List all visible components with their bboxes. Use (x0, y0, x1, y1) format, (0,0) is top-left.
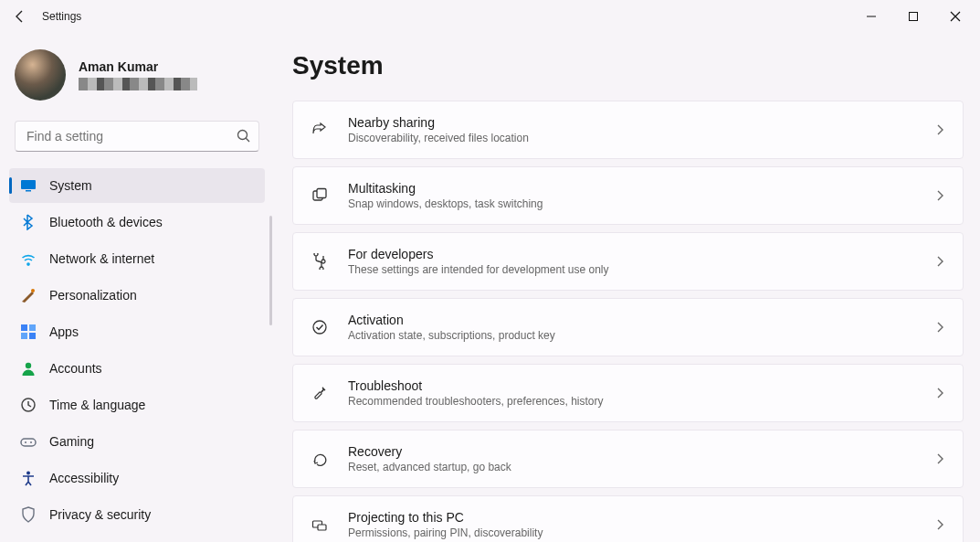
nav-item-bluetooth-devices[interactable]: Bluetooth & devices (9, 205, 265, 239)
nav-item-system[interactable]: System (9, 168, 265, 203)
nav-item-accounts[interactable]: Accounts (9, 351, 265, 386)
minimize-icon (866, 11, 877, 22)
card-text: Activation Activation state, subscriptio… (348, 313, 933, 342)
card-text: For developers These settings are intend… (348, 247, 933, 276)
nav-item-label: Gaming (49, 434, 94, 449)
close-button[interactable] (934, 0, 976, 33)
svg-rect-7 (21, 324, 27, 331)
window-controls (850, 0, 976, 33)
bluetooth-icon (20, 214, 37, 230)
profile-block[interactable]: Aman Kumar (9, 49, 265, 113)
card-subtitle: These settings are intended for developm… (348, 263, 933, 276)
wrench-icon (310, 383, 330, 403)
chevron-right-icon (933, 321, 946, 334)
nav-item-time-language[interactable]: Time & language (9, 388, 265, 422)
nav-item-label: Time & language (49, 398, 145, 412)
chevron-right-icon (933, 255, 946, 268)
back-button[interactable] (4, 0, 37, 33)
nav-item-accessibility[interactable]: Accessibility (9, 461, 265, 495)
sidebar: Aman Kumar SystemBluetooth & devicesNetw… (0, 33, 274, 542)
card-subtitle: Snap windows, desktops, task switching (348, 197, 933, 210)
profile-name: Aman Kumar (79, 59, 197, 74)
card-activation[interactable]: Activation Activation state, subscriptio… (292, 298, 964, 356)
card-text: Recovery Reset, advanced startup, go bac… (348, 444, 933, 473)
chevron-right-icon (933, 189, 946, 202)
svg-point-19 (313, 321, 326, 334)
close-icon (950, 11, 961, 22)
search-input[interactable] (15, 121, 259, 152)
card-for-developers[interactable]: For developers These settings are intend… (292, 232, 964, 291)
search-box[interactable] (15, 121, 259, 152)
svg-rect-4 (21, 180, 36, 189)
recovery-icon (310, 449, 330, 469)
card-troubleshoot[interactable]: Troubleshoot Recommended troubleshooters… (292, 364, 964, 422)
nav-item-privacy-security[interactable]: Privacy & security (9, 497, 265, 532)
search-icon (237, 129, 250, 143)
svg-rect-9 (21, 333, 27, 339)
card-title: Nearby sharing (348, 115, 933, 130)
card-subtitle: Permissions, pairing PIN, discoverabilit… (348, 526, 933, 539)
window-title: Settings (42, 10, 81, 23)
nav-item-label: Bluetooth & devices (49, 215, 163, 229)
card-subtitle: Activation state, subscriptions, product… (348, 329, 933, 342)
svg-point-6 (31, 289, 35, 292)
card-text: Troubleshoot Recommended troubleshooters… (348, 378, 933, 408)
clock-icon (20, 397, 37, 413)
dev-icon (310, 251, 330, 271)
profile-email-redacted (79, 78, 197, 90)
chevron-right-icon (933, 123, 946, 136)
nav-item-network-internet[interactable]: Network & internet (9, 241, 265, 276)
svg-point-16 (26, 472, 30, 475)
nav-item-apps[interactable]: Apps (9, 314, 265, 349)
titlebar: Settings (0, 0, 980, 33)
svg-line-3 (246, 138, 249, 142)
nav-item-personalization[interactable]: Personalization (9, 278, 265, 313)
card-title: Multitasking (348, 181, 933, 196)
card-title: Troubleshoot (348, 378, 933, 393)
nav-item-label: Privacy & security (49, 507, 151, 522)
card-subtitle: Reset, advanced startup, go back (348, 461, 933, 473)
avatar (15, 49, 66, 101)
apps-icon (20, 324, 37, 340)
card-projecting-to-this-pc[interactable]: Projecting to this PC Permissions, pairi… (292, 495, 964, 542)
nav-item-label: Personalization (49, 288, 137, 303)
card-subtitle: Discoverability, received files location (348, 132, 933, 144)
maximize-button[interactable] (892, 0, 934, 33)
svg-rect-8 (29, 324, 36, 331)
card-recovery[interactable]: Recovery Reset, advanced startup, go bac… (292, 430, 964, 488)
multitask-icon (310, 186, 330, 206)
back-arrow-icon (13, 9, 27, 24)
share-icon (310, 120, 330, 140)
card-title: For developers (348, 247, 933, 261)
check-icon (310, 317, 330, 337)
nav-item-label: Accessibility (49, 471, 119, 485)
svg-point-14 (25, 441, 26, 443)
chevron-right-icon (933, 518, 946, 531)
sidebar-scrollbar[interactable] (269, 216, 272, 325)
maximize-icon (908, 11, 919, 22)
minimize-button[interactable] (850, 0, 892, 33)
nav-item-gaming[interactable]: Gaming (9, 424, 265, 459)
card-subtitle: Recommended troubleshooters, preferences… (348, 395, 933, 408)
svg-point-11 (26, 363, 31, 368)
svg-rect-18 (317, 189, 326, 198)
settings-cards: Nearby sharing Discoverability, received… (292, 101, 964, 542)
card-title: Projecting to this PC (348, 510, 933, 525)
svg-rect-13 (21, 439, 36, 446)
card-title: Activation (348, 313, 933, 327)
card-multitasking[interactable]: Multitasking Snap windows, desktops, tas… (292, 166, 964, 225)
chevron-right-icon (933, 387, 946, 399)
wifi-icon (20, 250, 37, 267)
card-title: Recovery (348, 444, 933, 459)
account-icon (20, 360, 37, 377)
card-text: Nearby sharing Discoverability, received… (348, 115, 933, 144)
nav-item-label: System (49, 178, 92, 193)
card-text: Projecting to this PC Permissions, pairi… (348, 510, 933, 539)
paint-icon (20, 287, 37, 303)
card-text: Multitasking Snap windows, desktops, tas… (348, 181, 933, 210)
nav-item-label: Apps (49, 324, 79, 339)
page-title: System (292, 51, 964, 80)
svg-point-15 (30, 441, 32, 443)
card-nearby-sharing[interactable]: Nearby sharing Discoverability, received… (292, 101, 964, 159)
svg-rect-10 (29, 333, 36, 339)
